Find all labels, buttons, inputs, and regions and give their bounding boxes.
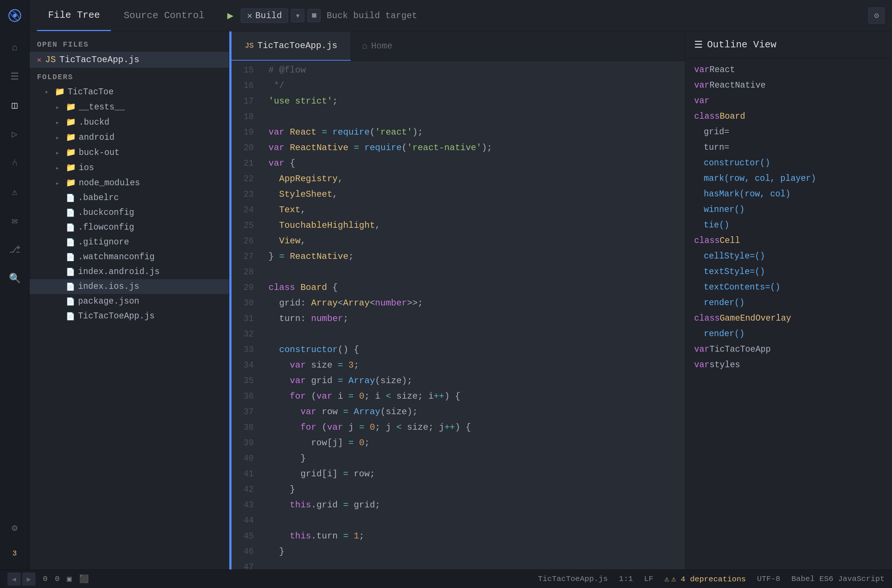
chevron-right-icon: ▸	[55, 179, 63, 187]
git-icon[interactable]: ⎇	[6, 241, 24, 258]
outline-item-hasmark[interactable]: hasMark(row, col)	[685, 186, 892, 202]
chevron-right-icon: ▸	[55, 148, 63, 157]
outline-item-var-reactnative[interactable]: var ReactNative	[685, 78, 892, 93]
tree-item-babelrc[interactable]: ▸ 📄 .babelrc	[30, 190, 229, 205]
tree-item-flowconfig[interactable]: ▸ 📄 .flowconfig	[30, 220, 229, 235]
outline-item-var-tictactoe[interactable]: var TicTacToeApp	[685, 342, 892, 357]
outline-item-var-styles[interactable]: var styles	[685, 357, 892, 373]
nuclide-logo-icon[interactable]	[7, 8, 22, 23]
gear-icon: ⚙	[874, 11, 879, 21]
outline-item-var-react[interactable]: var React	[685, 62, 892, 78]
run-icon[interactable]: ▶	[223, 8, 238, 23]
home-tab-icon: ⌂	[362, 41, 367, 51]
tree-item-buckconfig[interactable]: ▸ 📄 .buckconfig	[30, 205, 229, 220]
tree-item-index-ios[interactable]: ▸ 📄 index.ios.js	[30, 279, 229, 294]
js-file-icon: 📄	[66, 312, 75, 321]
chevron-right-icon: ▸	[55, 164, 63, 172]
outline-item-cellstyle[interactable]: cellStyle=()	[685, 249, 892, 264]
status-syntax[interactable]: Babel ES6 JavaScript	[792, 574, 885, 583]
outline-item-class-board[interactable]: class Board	[685, 109, 892, 124]
tree-item-index-android[interactable]: ▸ 📄 index.android.js	[30, 264, 229, 279]
diagnostics-icon[interactable]: ⚠	[6, 183, 24, 201]
editor-tab-home[interactable]: ⌂ Home	[351, 32, 685, 61]
js-file-icon: 📄	[66, 282, 75, 291]
tree-item-node-modules[interactable]: ▸ 📁 node_modules	[30, 175, 229, 190]
tree-item-label: .watchmanconfig	[78, 252, 154, 262]
deprecations-badge[interactable]: ⚠ ⚠ 4 deprecations	[664, 574, 746, 584]
open-file-item[interactable]: ✕ JS TicTacToeApp.js	[30, 52, 229, 68]
file-tree-tab[interactable]: File Tree	[37, 0, 111, 31]
outline-item-tie[interactable]: tie()	[685, 218, 892, 233]
list-icon[interactable]: ☰	[6, 68, 24, 86]
tree-item-label: TicTacToeApp.js	[78, 311, 154, 321]
editor-content: 1516171819 2021222324 2526272829 3031323…	[231, 61, 685, 570]
tree-item-label: __tests__	[79, 102, 124, 112]
nav-arrows: ◀ ▶	[7, 573, 36, 586]
error-count: 0	[43, 574, 48, 583]
settings-sidebar-icon[interactable]: ⚙	[6, 519, 24, 537]
tree-item-buck-out[interactable]: ▸ 📁 buck-out	[30, 145, 229, 160]
outline-item-textstyle[interactable]: textStyle=()	[685, 264, 892, 280]
build-dropdown-button[interactable]: ▾	[291, 9, 304, 22]
svg-point-1	[13, 14, 16, 17]
outline-item-mark[interactable]: mark(row, col, player)	[685, 171, 892, 186]
tree-item-gitignore[interactable]: ▸ 📄 .gitignore	[30, 235, 229, 250]
editor-area: JS TicTacToeApp.js ⌂ Home 1516171819 202…	[231, 32, 685, 570]
terminal-icon[interactable]: ▣	[67, 574, 72, 584]
record-icon[interactable]: ⬛	[79, 574, 89, 584]
close-file-icon[interactable]: ✕	[37, 55, 41, 64]
root-folder[interactable]: ▾ 📁 TicTacToe	[30, 84, 229, 99]
user-icon[interactable]: 3	[6, 544, 24, 562]
tree-item-label: .buckd	[79, 118, 109, 127]
tree-item-label: .gitignore	[78, 237, 129, 247]
chevron-right-icon: ▸	[55, 103, 63, 111]
outline-item-constructor[interactable]: constructor()	[685, 155, 892, 171]
outline-item-textcontents[interactable]: textContents=()	[685, 280, 892, 295]
tree-item-buckd[interactable]: ▸ 📁 .buckd	[30, 115, 229, 130]
activity-bar-top	[0, 0, 30, 31]
run-debug-icon[interactable]: ▷	[6, 125, 24, 143]
files-icon[interactable]: ◫	[6, 96, 24, 114]
outline-item-grid[interactable]: grid=	[685, 124, 892, 140]
folder-icon: 📁	[66, 147, 76, 158]
outline-item-render-overlay[interactable]: render()	[685, 326, 892, 342]
code-content[interactable]: # @flow */ 'use strict'; var React = req…	[261, 61, 685, 570]
outline-item-var[interactable]: var	[685, 93, 892, 109]
folder-icon: 📁	[55, 87, 65, 97]
file-icon: 📄	[66, 238, 75, 247]
tree-item-label: ios	[79, 163, 94, 173]
tree-item-tictactoe[interactable]: ▸ 📄 TicTacToeApp.js	[30, 309, 229, 324]
buck-target-label: Buck build target	[327, 11, 862, 21]
outline-panel: ☰ Outline View var React var ReactNative…	[685, 32, 892, 570]
tree-item-watchmanconfig[interactable]: ▸ 📄 .watchmanconfig	[30, 250, 229, 264]
tree-item-android[interactable]: ▸ 📁 android	[30, 130, 229, 145]
status-line-ending[interactable]: LF	[644, 574, 653, 583]
editor-tab-tictactoe[interactable]: JS TicTacToeApp.js	[231, 32, 351, 61]
outline-item-render-cell[interactable]: render()	[685, 295, 892, 310]
back-arrow-button[interactable]: ◀	[7, 573, 21, 586]
remote-icon[interactable]: ✉	[6, 212, 24, 230]
source-control-icon[interactable]: ⑃	[6, 154, 24, 172]
folder-icon: 📁	[66, 178, 76, 188]
outline-item-turn[interactable]: turn=	[685, 140, 892, 155]
settings-button[interactable]: ⚙	[868, 8, 885, 24]
warning-triangle-icon: ⚠	[664, 574, 669, 584]
outline-item-class-cell[interactable]: class Cell	[685, 233, 892, 249]
tree-item-label: .flowconfig	[78, 223, 134, 232]
tree-item-label: .buckconfig	[78, 208, 134, 218]
outline-item-class-gameendoverlay[interactable]: class GameEndOverlay	[685, 310, 892, 326]
status-filename: TicTacToeApp.js	[538, 574, 608, 583]
tree-item-package-json[interactable]: ▸ 📄 package.json	[30, 294, 229, 309]
forward-arrow-button[interactable]: ▶	[22, 573, 36, 586]
stop-button[interactable]: ■	[307, 9, 321, 22]
tree-item-ios[interactable]: ▸ 📁 ios	[30, 160, 229, 175]
home-icon[interactable]: ⌂	[6, 39, 24, 57]
search-icon[interactable]: 🔍	[6, 270, 24, 287]
deprecations-text: ⚠ 4 deprecations	[671, 574, 746, 584]
outline-item-winner[interactable]: winner()	[685, 202, 892, 218]
tree-item-tests[interactable]: ▸ 📁 __tests__	[30, 99, 229, 115]
source-control-tab[interactable]: Source Control	[112, 0, 215, 31]
build-button[interactable]: ✕ Build	[241, 9, 288, 23]
status-encoding[interactable]: UTF-8	[757, 574, 780, 583]
status-position[interactable]: 1:1	[619, 574, 633, 583]
